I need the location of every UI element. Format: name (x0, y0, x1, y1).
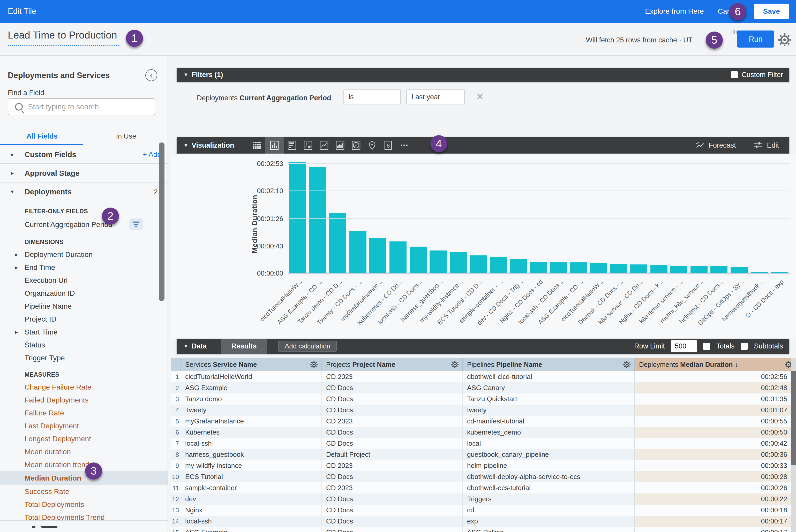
filter-operator-select[interactable]: is (344, 90, 401, 104)
sidebar-item-pipeline-name[interactable]: Pipeline Name (0, 300, 168, 313)
sidebar-group-approval-stage[interactable]: ▸ Approval Stage (0, 164, 168, 183)
search-input[interactable] (28, 102, 152, 111)
table-row[interactable]: 2ASG ExampleCD DocsASG Canary00:02:48 (171, 382, 796, 394)
remove-filter-icon[interactable]: × (477, 90, 483, 103)
filter-value-input[interactable]: Last year (406, 90, 465, 104)
section-collapse-caret[interactable]: ▼ (183, 72, 188, 78)
tab-all-fields[interactable]: All Fields (0, 128, 84, 145)
tile-title-input[interactable]: Lead Time to Production (8, 30, 119, 46)
bar-asg-example-cd[interactable] (309, 167, 326, 273)
line-chart-icon[interactable] (316, 137, 332, 154)
sidebar-group-custom-fields[interactable]: ▸ Custom Fields + Add (0, 145, 168, 164)
section-collapse-caret[interactable]: ▼ (183, 343, 188, 349)
sidebar-item-failed-deployments[interactable]: Failed Deployments (0, 394, 168, 406)
bar-dev-cd-docs-trig[interactable] (510, 259, 527, 273)
chevron-right-icon[interactable]: ▸ (11, 164, 14, 183)
bar-kubernetes-cd-do[interactable] (389, 242, 407, 273)
gear-icon[interactable] (310, 361, 318, 368)
table-row[interactable]: 1cicdTutorialHelloWorldCD 2023dbothwell-… (171, 371, 796, 382)
map-pin-icon[interactable] (364, 137, 380, 154)
table-row[interactable]: 12devCD DocsTriggers00:00:22 (171, 493, 796, 505)
save-button[interactable]: Save (754, 4, 789, 19)
sidebar-item-execution-url[interactable]: Execution Url (0, 274, 168, 287)
single-value-icon[interactable]: 6 (380, 137, 396, 154)
field-search-box[interactable] (8, 98, 155, 115)
sidebar-item-failure-rate[interactable]: Failure Rate (0, 406, 168, 420)
bar-asg-example-cd[interactable] (570, 262, 587, 273)
bar-nginx-cd-docs-k[interactable] (650, 265, 667, 273)
custom-filter-checkbox[interactable] (731, 71, 738, 78)
bar-tweety-cd-docs[interactable] (349, 231, 367, 273)
tab-results[interactable]: Results (221, 339, 267, 354)
sidebar-item-median-duration[interactable]: Median Duration (0, 471, 168, 485)
bar-chart-icon[interactable] (284, 137, 300, 154)
table-row[interactable]: 3Tanzu demoCD DocsTanzu Quickstart00:01:… (171, 394, 796, 404)
gear-icon[interactable] (451, 361, 459, 368)
filter-by-field-button[interactable] (129, 218, 143, 230)
sidebar-item-deployment-duration[interactable]: ▸Deployment Duration (0, 248, 168, 261)
table-row[interactable]: 10ECS TutorialCD Docsdbothwell-deploy-al… (171, 471, 796, 482)
bar-deepak-cd-docs[interactable] (610, 264, 627, 273)
area-chart-icon[interactable] (332, 137, 348, 154)
bar-sample-container[interactable] (490, 257, 507, 273)
sidebar-scrollbar[interactable] (159, 142, 165, 301)
run-button[interactable]: Run (737, 31, 774, 48)
table-row[interactable]: 5myGrafanaInstanceCD 2023cd-manifest-tut… (171, 416, 796, 427)
bar-local-ssh-cd-docs[interactable] (550, 262, 567, 273)
sidebar-item-project-id[interactable]: Project ID (0, 313, 168, 326)
chevron-down-icon[interactable]: ▾ (11, 183, 14, 201)
gear-icon[interactable] (623, 361, 631, 368)
sidebar-item-total-deployments[interactable]: Total Deployments (0, 498, 168, 511)
bar-my-wildfly-instance[interactable] (450, 252, 467, 273)
table-row[interactable]: 14local-sshCD Docsexp00:00:17 (171, 516, 796, 527)
bar-mygrafanainstanc[interactable] (369, 238, 386, 273)
sidebar-item-longest-deployment[interactable]: Longest Deployment (0, 433, 168, 445)
sidebar-item-current-aggregation-period[interactable]: Current Aggregation Period (0, 217, 168, 232)
chevron-right-icon[interactable]: ▸ (15, 261, 18, 274)
pie-chart-icon[interactable] (348, 137, 364, 154)
column-header-median-duration[interactable]: Deployments Median Duration ↓ (635, 358, 796, 371)
sidebar-item-total-deployments-trend[interactable]: Total Deployments Trend (0, 511, 168, 524)
sidebar-item-start-time[interactable]: ▸Start Time (0, 326, 168, 339)
sidebar-item-trigger-type[interactable]: Trigger Type (0, 352, 168, 364)
sidebar-item-organization-id[interactable]: Organization ID (0, 287, 168, 300)
chevron-right-icon[interactable]: ▸ (11, 145, 14, 164)
sidebar-item-end-time[interactable]: ▸End Time (0, 261, 168, 274)
bar-local-ssh-cd-docs[interactable] (410, 247, 427, 273)
table-row[interactable]: 13NginxCD Docscd00:00:18 (171, 505, 796, 516)
section-collapse-caret[interactable]: ▼ (183, 142, 188, 148)
table-row[interactable]: 7local-sshCD Docslocal00:00:42 (171, 438, 796, 449)
bar-nginx-cd-docs-cd[interactable] (530, 262, 547, 273)
column-header-pipeline-name[interactable]: Pipelines Pipeline Name (463, 358, 635, 371)
bar-gitops-gitops-sy[interactable] (730, 267, 748, 273)
sidebar-item-mean-duration[interactable]: Mean duration (0, 445, 168, 458)
collapse-sidebar-button[interactable]: ‹ (145, 69, 157, 81)
sidebar-item-success-rate[interactable]: Success Rate (0, 485, 168, 498)
row-limit-input[interactable] (671, 340, 697, 352)
bar-k8s-service-cd-do[interactable] (630, 264, 647, 273)
sidebar-item-status[interactable]: Status (0, 339, 168, 352)
table-row[interactable]: 4TweetyCD Docstweety00:01:07 (171, 404, 796, 416)
bar-ecs-tutorial-cd-d[interactable] (470, 255, 487, 273)
gear-icon[interactable] (778, 33, 791, 46)
bar-tanzu-demo-cd-d[interactable] (329, 213, 346, 273)
add-calculation-button[interactable]: Add calculation (278, 341, 337, 352)
subtotals-checkbox[interactable] (741, 343, 748, 350)
sidebar-group-deployments[interactable]: ▾ Deployments 2 (0, 183, 168, 201)
sidebar-item-change-failure-rate[interactable]: Change Failure Rate (0, 381, 168, 394)
table-row[interactable]: 6KubernetesCD Docskubernetes_demo00:00:5… (171, 427, 796, 438)
sidebar-item-last-deployment[interactable]: Last Deployment (0, 420, 168, 433)
bar-cicdtutorialhellow[interactable] (590, 263, 607, 273)
tab-in-use[interactable]: In Use (84, 128, 168, 145)
edit-visualization-button[interactable]: Edit (754, 141, 779, 149)
table-row[interactable]: 15ASG ExampleCD DocsASG Rolling00:00:17 (171, 527, 796, 532)
table-row[interactable]: 11sample-containerCD 2023dbothwell-ecs-t… (171, 482, 796, 493)
sidebar-item-mean-duration-trend[interactable]: Mean duration trend (0, 458, 168, 471)
explore-from-here-link[interactable]: Explore from Here (645, 7, 704, 16)
totals-checkbox[interactable] (703, 343, 710, 350)
bar-roshni-k8s-service[interactable] (690, 266, 707, 273)
more-icon[interactable] (396, 137, 412, 154)
column-header-service-name[interactable]: Services Service Name (181, 358, 322, 371)
table-row[interactable]: 9my-wildfly-instanceCD 2023helm-pipeline… (171, 460, 796, 471)
bar-helmtest-cd-docs[interactable] (710, 266, 727, 273)
